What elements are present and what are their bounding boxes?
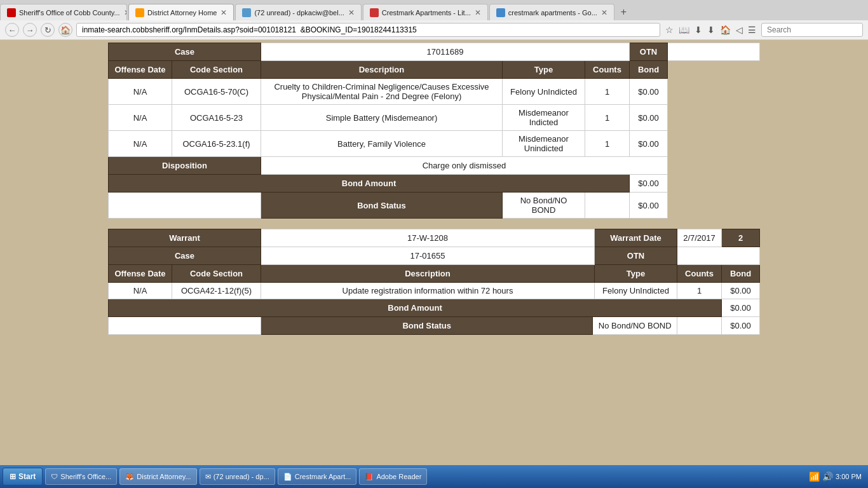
bond-status2-spacer	[109, 317, 261, 335]
bond-status-value: No Bond/NO BOND	[503, 193, 585, 219]
menu-icon[interactable]: ☰	[747, 24, 757, 36]
code-section2-hdr: Code Section	[172, 265, 261, 283]
warrant2-table: Warrant 17-W-1208 Warrant Date 2/7/2017 …	[108, 229, 760, 335]
charge3-code-section: OCGA16-5-23.1(f)	[172, 131, 261, 157]
back-nav-icon[interactable]: ◁	[735, 24, 744, 36]
tab-icon-email	[242, 8, 251, 17]
tab-close-sheriff[interactable]: ✕	[124, 8, 127, 17]
bond-hdr: Bond	[630, 61, 668, 79]
charge1-offense-date: N/A	[109, 79, 172, 105]
charge2-counts: 1	[585, 105, 630, 131]
pocket-icon[interactable]: ⬇	[693, 24, 703, 36]
refresh-button[interactable]: ↻	[41, 23, 55, 37]
bond-amount2-row: Bond Amount $0.00	[109, 299, 760, 317]
otn2-value	[677, 247, 760, 265]
w2-charge1-description: Update registration information within 7…	[261, 283, 595, 299]
tab-close-da[interactable]: ✕	[220, 8, 227, 17]
charge1-code-section: OCGA16-5-70(C)	[172, 79, 261, 105]
warrant2-number: 17-W-1208	[261, 229, 595, 247]
section-spacer	[108, 221, 760, 229]
case2-number: 17-01655	[261, 247, 595, 265]
charge3-offense-date: N/A	[109, 131, 172, 157]
warrant2-count: 2	[722, 229, 760, 247]
otn2-label: OTN	[595, 247, 677, 265]
tab-label-da: District Attorney Home	[147, 9, 217, 17]
reader-icon[interactable]: 📖	[677, 24, 691, 36]
forward-button[interactable]: →	[23, 23, 37, 37]
toolbar-icons: ☆ 📖 ⬇ ⬇ 🏠 ◁ ☰	[664, 24, 757, 36]
tab-label-crestmark: Crestmark Apartments - Lit...	[382, 9, 471, 17]
tab-icon-sheriff	[7, 8, 16, 17]
bookmark-star-icon[interactable]: ☆	[664, 24, 675, 36]
tab-sheriff[interactable]: Sheriff's Office of Cobb County... ✕	[0, 4, 127, 20]
tab-bar: Sheriff's Office of Cobb County... ✕ Dis…	[0, 0, 868, 20]
tab-close-google[interactable]: ✕	[601, 8, 607, 17]
tab-close-crestmark[interactable]: ✕	[475, 8, 481, 17]
otn1-value	[668, 43, 760, 61]
address-input[interactable]	[76, 23, 660, 37]
bond-amount-value: $0.00	[630, 175, 668, 193]
bond-amount-row: Bond Amount $0.00	[109, 175, 760, 193]
charges1-header: Offense Date Code Section Description Ty…	[109, 61, 760, 79]
tab-da[interactable]: District Attorney Home ✕	[128, 4, 234, 20]
bond-status2-count-spacer	[677, 317, 722, 335]
tab-close-email[interactable]: ✕	[348, 8, 355, 17]
home-nav-icon[interactable]: 🏠	[719, 24, 732, 36]
description2-hdr: Description	[261, 265, 595, 283]
bond-status-row: Bond Status No Bond/NO BOND $0.00	[109, 193, 760, 219]
search-input[interactable]	[761, 23, 863, 37]
tab-email[interactable]: (72 unread) - dpkaciw@bel... ✕	[235, 4, 361, 20]
charge3-type: Misdemeanor Unindicted	[503, 131, 585, 157]
home-button[interactable]: 🏠	[58, 23, 72, 37]
charge1-row3: N/A OCGA16-5-23.1(f) Battery, Family Vio…	[109, 131, 760, 157]
bond-amount2-label: Bond Amount	[109, 299, 722, 317]
bond-status-count-spacer	[585, 193, 630, 219]
case2-label: Case	[109, 247, 261, 265]
charge2-bond: $0.00	[630, 105, 668, 131]
warrant2-date: 2/7/2017	[677, 229, 722, 247]
charge1-description: Cruelty to Children-Criminal Negligence/…	[261, 79, 503, 105]
bond-status-spacer	[109, 193, 261, 219]
charge1-counts: 1	[585, 79, 630, 105]
case1-label: Case	[109, 43, 261, 61]
charge1-row2: N/A OCGA16-5-23 Simple Battery (Misdemea…	[109, 105, 760, 131]
page-content: Case 17011689 OTN Offense Date Code Sect…	[0, 40, 868, 345]
charge1-bond: $0.00	[630, 79, 668, 105]
charge2-row1: N/A OCGA42-1-12(f)(5) Update registratio…	[109, 283, 760, 299]
warrant2-header-row: Warrant 17-W-1208 Warrant Date 2/7/2017 …	[109, 229, 760, 247]
w2-charge1-counts: 1	[677, 283, 722, 299]
case1-number: 17011689	[261, 43, 630, 61]
new-tab-button[interactable]: +	[616, 4, 632, 20]
charge2-code-section: OCGA16-5-23	[172, 105, 261, 131]
download-icon[interactable]: ⬇	[706, 24, 716, 36]
charge2-offense-date: N/A	[109, 105, 172, 131]
bond-amount2-value: $0.00	[722, 299, 760, 317]
charges2-header: Offense Date Code Section Description Ty…	[109, 265, 760, 283]
tab-icon-crestmark	[370, 8, 379, 17]
code-section-hdr: Code Section	[172, 61, 261, 79]
browser-chrome: Sheriff's Office of Cobb County... ✕ Dis…	[0, 0, 868, 40]
bond-status-label: Bond Status	[261, 193, 503, 219]
bond-status2-value: No Bond/NO BOND	[593, 317, 677, 335]
offense-date-hdr: Offense Date	[109, 61, 172, 79]
charge2-description: Simple Battery (Misdemeanor)	[261, 105, 503, 131]
bond-amount-label: Bond Amount	[109, 175, 630, 193]
w2-charge1-code-section: OCGA42-1-12(f)(5)	[172, 283, 261, 299]
charge3-bond: $0.00	[630, 131, 668, 157]
charge2-type: Misdemeanor Indicted	[503, 105, 585, 131]
offense-date2-hdr: Offense Date	[109, 265, 172, 283]
disposition-row: Disposition Charge only dismissed	[109, 157, 760, 175]
tab-crestmark[interactable]: Crestmark Apartments - Lit... ✕	[363, 4, 488, 20]
w2-charge1-type: Felony UnIndicted	[595, 283, 677, 299]
tab-label-email: (72 unread) - dpkaciw@bel...	[254, 9, 344, 17]
charge3-description: Battery, Family Violence	[261, 131, 503, 157]
bond-status2-label: Bond Status	[261, 317, 593, 335]
bond2-hdr: Bond	[722, 265, 760, 283]
tab-google[interactable]: crestmark apartments - Go... ✕	[489, 4, 614, 20]
bottom-spacer	[108, 337, 760, 345]
otn1-label: OTN	[630, 43, 668, 61]
back-button[interactable]: ←	[5, 23, 19, 37]
w2-charge1-offense-date: N/A	[109, 283, 172, 299]
case1-table: Case 17011689 OTN Offense Date Code Sect…	[108, 43, 760, 219]
bond-status2-amount: $0.00	[722, 317, 760, 335]
